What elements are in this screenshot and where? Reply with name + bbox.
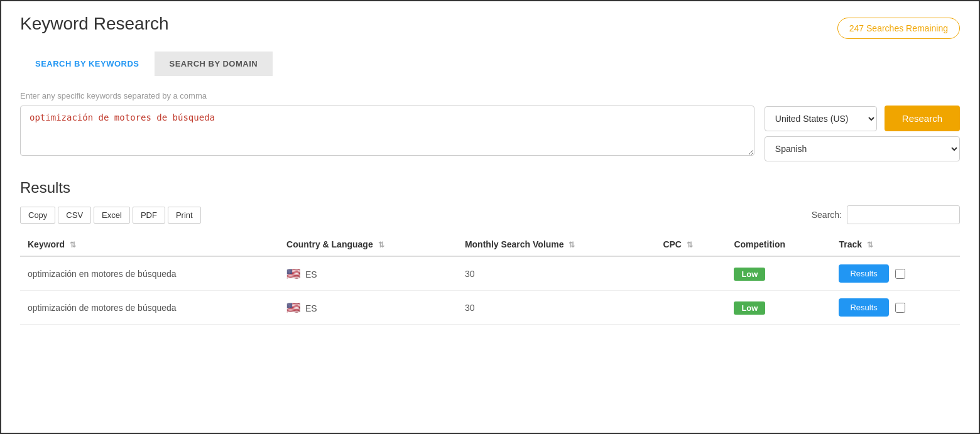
- track-checkbox[interactable]: [895, 269, 905, 279]
- copy-button[interactable]: Copy: [20, 207, 55, 224]
- right-controls: United States (US) United Kingdom (UK) C…: [765, 106, 960, 161]
- print-button[interactable]: Print: [168, 207, 201, 224]
- col-cpc: CPC ⇅: [655, 233, 726, 256]
- results-table: Keyword ⇅ Country & Language ⇅ Monthly S…: [20, 233, 960, 325]
- competition-badge: Low: [734, 301, 765, 315]
- cell-track: Results: [831, 256, 960, 291]
- sort-icon-keyword[interactable]: ⇅: [70, 241, 76, 249]
- col-track: Track ⇅: [831, 233, 960, 256]
- cell-country-language: 🇺🇸 ES: [279, 291, 457, 325]
- sort-icon-track[interactable]: ⇅: [867, 241, 873, 249]
- sort-icon-cpc[interactable]: ⇅: [687, 241, 693, 249]
- toolbar: Copy CSV Excel PDF Print Search:: [20, 205, 960, 224]
- table-search-input[interactable]: [847, 205, 960, 224]
- search-section: Enter any specific keywords separated by…: [20, 91, 960, 161]
- cell-keyword: optimización en motores de búsqueda: [20, 256, 279, 291]
- col-keyword: Keyword ⇅: [20, 233, 279, 256]
- country-select[interactable]: United States (US) United Kingdom (UK) C…: [765, 106, 877, 131]
- cell-track: Results: [831, 291, 960, 325]
- results-button[interactable]: Results: [839, 264, 888, 283]
- search-row: optimización de motores de búsqueda Unit…: [20, 106, 960, 161]
- toolbar-left: Copy CSV Excel PDF Print: [20, 207, 201, 224]
- cell-volume: 30: [457, 256, 656, 291]
- table-search-label: Search:: [812, 210, 842, 220]
- results-section: Results Copy CSV Excel PDF Print Search:…: [20, 179, 960, 325]
- cell-volume: 30: [457, 291, 656, 325]
- header: Keyword Research 247 Searches Remaining: [20, 14, 960, 39]
- page-wrapper: Keyword Research 247 Searches Remaining …: [0, 0, 980, 434]
- col-monthly-search-volume: Monthly Search Volume ⇅: [457, 233, 656, 256]
- searches-remaining-badge: 247 Searches Remaining: [837, 18, 960, 39]
- lang-code: ES: [305, 303, 317, 313]
- sort-icon-country[interactable]: ⇅: [378, 241, 384, 249]
- cell-keyword: optimización de motores de búsqueda: [20, 291, 279, 325]
- col-country-language: Country & Language ⇅: [279, 233, 457, 256]
- sort-icon-volume[interactable]: ⇅: [569, 241, 575, 249]
- cell-cpc: [655, 256, 726, 291]
- toolbar-right: Search:: [812, 205, 960, 224]
- results-title: Results: [20, 179, 960, 197]
- track-checkbox[interactable]: [895, 303, 905, 313]
- table-row: optimización de motores de búsqueda 🇺🇸 E…: [20, 291, 960, 325]
- table-header-row: Keyword ⇅ Country & Language ⇅ Monthly S…: [20, 233, 960, 256]
- competition-badge: Low: [734, 268, 765, 281]
- page-title: Keyword Research: [20, 14, 169, 34]
- table-row: optimización en motores de búsqueda 🇺🇸 E…: [20, 256, 960, 291]
- csv-button[interactable]: CSV: [58, 207, 91, 224]
- col-competition: Competition: [726, 233, 831, 256]
- excel-button[interactable]: Excel: [94, 207, 130, 224]
- results-button[interactable]: Results: [839, 298, 888, 317]
- tab-search-by-keywords[interactable]: SEARCH BY KEYWORDS: [20, 52, 155, 76]
- track-cell: Results: [839, 298, 952, 317]
- country-language-row: United States (US) United Kingdom (UK) C…: [765, 106, 960, 131]
- cell-competition: Low: [726, 256, 831, 291]
- keyword-textarea[interactable]: optimización de motores de búsqueda: [20, 106, 754, 156]
- pdf-button[interactable]: PDF: [133, 207, 165, 224]
- flag-icon: 🇺🇸: [286, 268, 300, 280]
- track-cell: Results: [839, 264, 952, 283]
- cell-competition: Low: [726, 291, 831, 325]
- keyword-link[interactable]: optimización en motores de búsqueda: [28, 269, 177, 279]
- lang-code: ES: [305, 269, 317, 279]
- cell-cpc: [655, 291, 726, 325]
- language-select[interactable]: Spanish English French German Portuguese: [765, 136, 960, 161]
- keyword-link[interactable]: optimización de motores de búsqueda: [28, 303, 177, 313]
- research-button[interactable]: Research: [885, 106, 960, 131]
- cell-country-language: 🇺🇸 ES: [279, 256, 457, 291]
- tabs: SEARCH BY KEYWORDS SEARCH BY DOMAIN: [20, 52, 960, 76]
- flag-icon: 🇺🇸: [286, 301, 300, 314]
- search-label: Enter any specific keywords separated by…: [20, 91, 960, 100]
- tab-search-by-domain[interactable]: SEARCH BY DOMAIN: [155, 52, 273, 76]
